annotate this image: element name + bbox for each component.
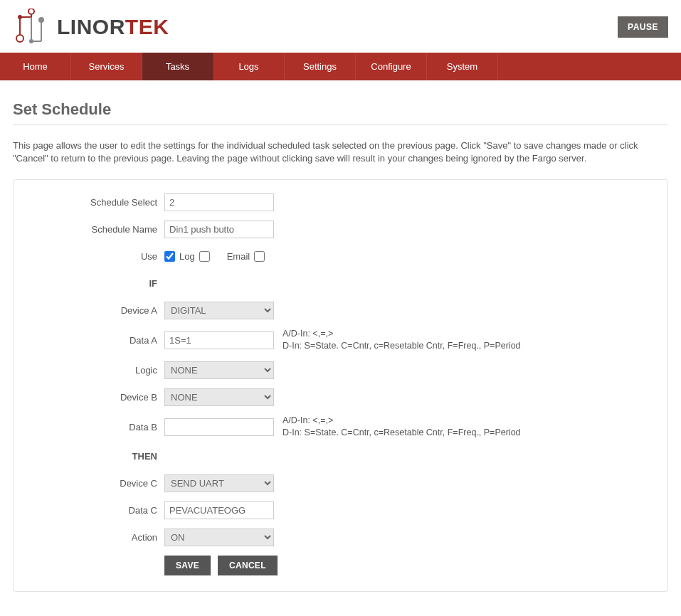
device-c-label: Device C bbox=[29, 478, 164, 489]
nav-settings[interactable]: Settings bbox=[285, 53, 356, 80]
svg-point-8 bbox=[38, 17, 44, 23]
svg-point-10 bbox=[18, 15, 22, 19]
action-label: Action bbox=[29, 532, 164, 543]
logo: LINORTEK bbox=[13, 9, 169, 46]
action-select[interactable]: ON bbox=[164, 529, 274, 546]
nav-logs[interactable]: Logs bbox=[213, 53, 285, 80]
data-a-hint: A/D-In: <,=,> D-In: S=State. C=Cntr, c=R… bbox=[283, 328, 521, 352]
brand-icon bbox=[13, 9, 51, 46]
title-divider bbox=[13, 124, 668, 125]
data-c-label: Data C bbox=[29, 505, 164, 516]
email-checkbox[interactable] bbox=[254, 251, 265, 262]
nav-configure[interactable]: Configure bbox=[356, 53, 427, 80]
schedule-form: Schedule Select Schedule Name Use Log Em… bbox=[13, 179, 668, 592]
device-b-label: Device B bbox=[29, 392, 164, 403]
data-c-input[interactable] bbox=[164, 501, 274, 519]
schedule-name-input[interactable] bbox=[164, 221, 274, 238]
logic-select[interactable]: NONE bbox=[164, 361, 274, 379]
svg-point-7 bbox=[28, 9, 34, 14]
main-nav: Home Services Tasks Logs Settings Config… bbox=[0, 53, 681, 80]
cancel-button[interactable]: CANCEL bbox=[218, 556, 278, 575]
nav-system[interactable]: System bbox=[427, 53, 498, 80]
use-checkbox[interactable] bbox=[164, 251, 175, 262]
brand-prefix: LINOR bbox=[57, 15, 125, 38]
then-heading: THEN bbox=[29, 451, 164, 462]
svg-point-6 bbox=[16, 35, 23, 42]
logic-label: Logic bbox=[29, 365, 164, 376]
data-b-label: Data B bbox=[29, 422, 164, 432]
schedule-select-label: Schedule Select bbox=[29, 197, 164, 208]
save-button[interactable]: SAVE bbox=[164, 556, 211, 575]
device-a-select[interactable]: DIGITAL bbox=[164, 302, 274, 319]
page-intro: This page allows the user to edit the se… bbox=[13, 139, 668, 165]
data-a-label: Data A bbox=[29, 335, 164, 346]
nav-services[interactable]: Services bbox=[71, 53, 142, 80]
log-checkbox[interactable] bbox=[199, 251, 210, 262]
brand-suffix: TEK bbox=[125, 15, 169, 38]
device-c-select[interactable]: SEND UART bbox=[164, 474, 274, 492]
device-b-select[interactable]: NONE bbox=[164, 388, 274, 406]
schedule-name-label: Schedule Name bbox=[29, 224, 164, 235]
brand-text: LINORTEK bbox=[57, 15, 169, 39]
nav-home[interactable]: Home bbox=[0, 53, 71, 80]
data-b-input[interactable] bbox=[164, 418, 274, 436]
schedule-select-input[interactable] bbox=[164, 193, 274, 211]
page-title: Set Schedule bbox=[13, 100, 668, 119]
header: LINORTEK PAUSE bbox=[13, 0, 668, 53]
use-label: Use bbox=[29, 251, 164, 262]
svg-point-9 bbox=[29, 39, 33, 43]
if-heading: IF bbox=[29, 278, 164, 289]
pause-button[interactable]: PAUSE bbox=[618, 16, 668, 38]
email-label: Email bbox=[227, 251, 250, 262]
nav-tasks[interactable]: Tasks bbox=[142, 53, 213, 80]
data-b-hint: A/D-In: <,=,> D-In: S=State. C=Cntr, c=R… bbox=[283, 415, 521, 439]
device-a-label: Device A bbox=[29, 305, 164, 316]
data-a-input[interactable] bbox=[164, 331, 274, 349]
log-label: Log bbox=[179, 251, 195, 262]
